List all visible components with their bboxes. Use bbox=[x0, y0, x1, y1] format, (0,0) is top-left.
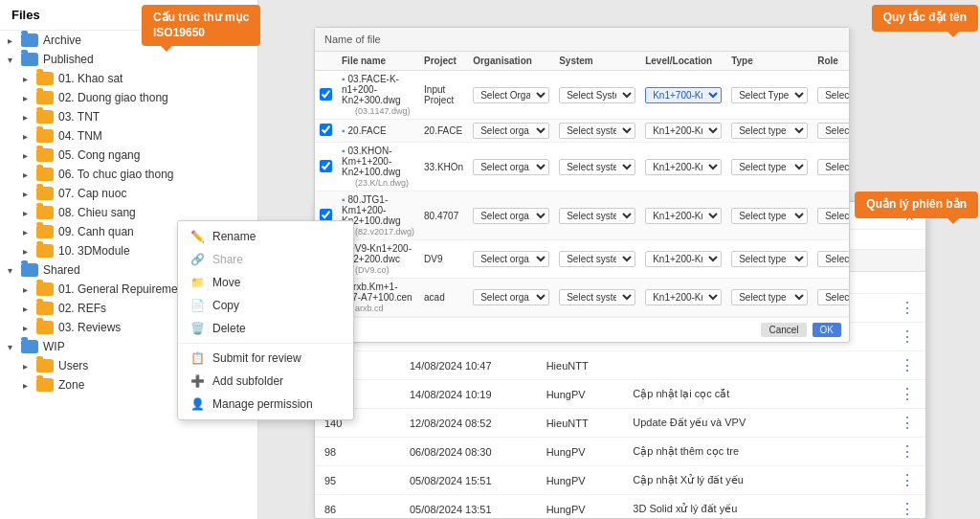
org-select[interactable]: Select orga bbox=[473, 251, 549, 267]
type-select[interactable]: Select type bbox=[731, 208, 808, 224]
role-select[interactable]: Select Role bbox=[817, 87, 849, 103]
tree-toggle[interactable]: ▸ bbox=[23, 169, 36, 180]
org-select[interactable]: Select orga bbox=[473, 208, 549, 224]
tree-item[interactable]: ▸05. Cong ngang bbox=[0, 146, 257, 165]
row-menu-button[interactable]: ⋮ bbox=[900, 415, 916, 431]
menu-item-label: Submit for review bbox=[212, 351, 301, 365]
system-select[interactable]: Select Syste bbox=[559, 87, 635, 103]
org-select[interactable]: Select Orga bbox=[473, 87, 549, 103]
menu-item-icon: 📁 bbox=[189, 276, 205, 289]
org-select[interactable]: Select orga bbox=[473, 289, 549, 305]
tree-item[interactable]: ▸06. To chuc giao thong bbox=[0, 165, 257, 184]
system-select[interactable]: Select syste bbox=[559, 289, 635, 305]
file-naming-panel: Name of file File nameProjectOrganisatio… bbox=[314, 27, 850, 343]
row-checkbox[interactable] bbox=[320, 160, 332, 172]
context-menu-item[interactable]: 👤Manage permission bbox=[178, 393, 353, 416]
tree-toggle[interactable]: ▸ bbox=[8, 35, 21, 46]
system-select[interactable]: Select syste bbox=[559, 123, 635, 139]
tree-item[interactable]: ▸08. Chieu sang bbox=[0, 203, 257, 222]
tree-toggle[interactable]: ▸ bbox=[23, 112, 36, 123]
type-select[interactable]: Select type bbox=[731, 289, 808, 305]
tree-item[interactable]: ▸03. TNT bbox=[0, 107, 257, 126]
row-menu-button[interactable]: ⋮ bbox=[900, 328, 916, 345]
tree-label: 01. Khao sat bbox=[58, 72, 122, 85]
tree-item[interactable]: ▸02. Duong giao thong bbox=[0, 88, 257, 107]
context-menu-item[interactable]: 🗑️Delete bbox=[178, 317, 353, 340]
history-cell-message: Update Đất yếu và VPV bbox=[623, 409, 890, 438]
tree-item[interactable]: ▸07. Cap nuoc bbox=[0, 184, 257, 203]
history-cell-revision: 95 bbox=[315, 466, 400, 495]
menu-item-icon: 📄 bbox=[189, 299, 205, 312]
tree-toggle[interactable]: ▸ bbox=[23, 284, 36, 295]
row-menu-button[interactable]: ⋮ bbox=[900, 357, 916, 373]
context-menu-item[interactable]: 📋Submit for review bbox=[178, 347, 353, 370]
tree-toggle[interactable]: ▸ bbox=[23, 189, 36, 199]
folder-icon bbox=[36, 148, 54, 162]
tree-label: Users bbox=[58, 359, 88, 372]
tree-toggle[interactable]: ▸ bbox=[23, 131, 36, 142]
tree-toggle[interactable]: ▸ bbox=[23, 304, 36, 314]
role-select[interactable]: Select role bbox=[817, 289, 849, 305]
tree-item[interactable]: ▾Published bbox=[0, 50, 257, 69]
type-select[interactable]: Select type bbox=[731, 251, 808, 267]
tree-item[interactable]: ▸01. Khao sat bbox=[0, 69, 257, 88]
level-select[interactable]: Kn1+200-Kn2 bbox=[645, 251, 722, 267]
row-menu-button[interactable]: ⋮ bbox=[900, 443, 916, 460]
history-cell-message: Cập nhật lại cọc cắt bbox=[623, 380, 890, 409]
tree-toggle[interactable]: ▾ bbox=[8, 265, 21, 276]
tree-toggle[interactable]: ▸ bbox=[23, 361, 36, 372]
level-select[interactable]: Kn1+200-Kn2 bbox=[645, 208, 722, 224]
tree-toggle[interactable]: ▸ bbox=[23, 74, 36, 84]
tree-item[interactable]: ▸04. TNM bbox=[0, 126, 257, 146]
tree-toggle[interactable]: ▸ bbox=[23, 246, 36, 257]
tree-toggle[interactable]: ▸ bbox=[23, 380, 36, 391]
folder-icon bbox=[36, 302, 54, 315]
tree-toggle[interactable]: ▾ bbox=[8, 342, 21, 352]
folder-icon bbox=[21, 53, 38, 66]
column-header: Organisation bbox=[468, 52, 554, 71]
tree-label: 03. Reviews bbox=[58, 321, 121, 334]
level-select[interactable]: Kn1+200-Kn2 bbox=[645, 123, 722, 139]
level-select[interactable]: Kn1+700-Kn2 bbox=[645, 87, 722, 103]
history-row: 9505/08/2024 15:51HungPVCập nhật Xử lý đ… bbox=[315, 466, 925, 495]
role-select[interactable]: Select J.Ar bbox=[817, 159, 849, 175]
role-select[interactable]: Select J.Ar bbox=[817, 123, 849, 139]
tree-toggle[interactable]: ▾ bbox=[8, 55, 21, 65]
context-menu-item[interactable]: 📄Copy bbox=[178, 294, 353, 317]
context-menu-item[interactable]: ✏️Rename bbox=[178, 225, 353, 248]
tree-toggle[interactable]: ▸ bbox=[23, 93, 36, 103]
table-row: ▪arxb.Km+1-207-A7+100.cenarxb.cdacadSele… bbox=[315, 279, 849, 317]
system-select[interactable]: Select syste bbox=[559, 251, 635, 267]
row-menu-button[interactable]: ⋮ bbox=[900, 386, 916, 402]
table-row: ▪80.JTG1-Km1+200-Kn2+100.dwg(82.v2017.dw… bbox=[315, 192, 849, 240]
context-menu-item[interactable]: 📁Move bbox=[178, 271, 353, 294]
level-select[interactable]: Kn1+200-Kn2 bbox=[645, 159, 722, 175]
row-menu-button[interactable]: ⋮ bbox=[900, 300, 916, 316]
org-select[interactable]: Select orga bbox=[473, 159, 549, 175]
org-select[interactable]: Select orga bbox=[473, 123, 549, 139]
context-menu-item[interactable]: ➕Add subfolder bbox=[178, 370, 353, 393]
tree-toggle[interactable]: ▸ bbox=[23, 150, 36, 161]
tree-toggle[interactable]: ▸ bbox=[23, 323, 36, 333]
type-select[interactable]: Select Type bbox=[731, 87, 808, 103]
role-select[interactable]: Select role bbox=[817, 208, 849, 224]
row-menu-button[interactable]: ⋮ bbox=[900, 501, 916, 517]
save-button[interactable]: OK bbox=[813, 323, 841, 337]
cancel-button[interactable]: Cancel bbox=[761, 323, 806, 337]
folder-icon bbox=[21, 340, 38, 353]
system-select[interactable]: Select syste bbox=[559, 159, 635, 175]
role-select[interactable]: Select role bbox=[817, 251, 849, 267]
row-checkbox[interactable] bbox=[320, 124, 332, 136]
type-select[interactable]: Select type bbox=[731, 123, 808, 139]
level-select[interactable]: Kn1+200-Kn2 bbox=[645, 289, 722, 305]
row-menu-button[interactable]: ⋮ bbox=[900, 472, 916, 488]
menu-item-icon: ✏️ bbox=[189, 230, 205, 243]
system-select[interactable]: Select syste bbox=[559, 208, 635, 224]
tree-label: WIP bbox=[43, 340, 65, 353]
type-select[interactable]: Select type bbox=[731, 159, 808, 175]
row-checkbox[interactable] bbox=[320, 209, 332, 221]
folder-icon bbox=[36, 168, 54, 181]
row-checkbox[interactable] bbox=[320, 88, 332, 101]
tree-toggle[interactable]: ▸ bbox=[23, 208, 36, 218]
tree-toggle[interactable]: ▸ bbox=[23, 227, 36, 237]
